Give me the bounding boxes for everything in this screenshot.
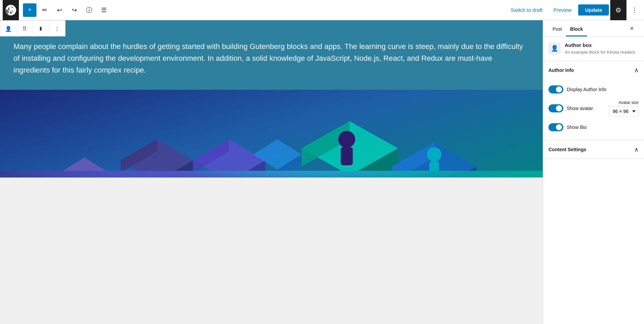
toolbar-right: Switch to draft Preview Update <box>507 4 609 16</box>
ellipsis-icon: ⋮ <box>631 6 638 14</box>
show-bio-label: Show Bio <box>567 125 587 130</box>
add-block-button[interactable]: + <box>23 3 36 17</box>
avatar-row-left: Show avatar <box>548 104 593 112</box>
more-vertical-icon: ⋮ <box>54 26 60 32</box>
block-paragraph: Many people complain about the hurdles o… <box>14 40 529 76</box>
image-block <box>0 90 543 178</box>
block-info-section: 👤 Author box An example block for Kinsta… <box>543 37 644 61</box>
show-avatar-toggle[interactable] <box>548 104 563 112</box>
show-bio-toggle[interactable] <box>548 123 563 131</box>
content-settings-panel: Content Settings ∧ <box>543 140 644 159</box>
display-author-info-label: Display Author Info <box>567 87 607 92</box>
main-area: 👤 ⠿ ⬍ ⋮ Many people complain about the h… <box>0 20 644 324</box>
edit-icon: ✏ <box>42 6 47 14</box>
block-text-area: Many people complain about the hurdles o… <box>0 20 543 90</box>
redo-button[interactable]: ↪ <box>68 3 81 17</box>
svg-point-10 <box>338 131 355 147</box>
editor-content: 👤 ⠿ ⬍ ⋮ Many people complain about the h… <box>0 20 543 178</box>
undo-button[interactable]: ↩ <box>53 3 66 17</box>
chevron-up-down-icon: ⬍ <box>38 26 43 32</box>
image-inner <box>0 90 543 178</box>
tab-post[interactable]: Post <box>548 20 566 36</box>
svg-point-15 <box>427 147 441 162</box>
avatar-size-select[interactable]: 96 × 96 <box>609 106 639 116</box>
move-up-down-button[interactable]: ⬍ <box>33 21 49 37</box>
content-settings-collapse-icon: ∧ <box>634 146 639 153</box>
avatar-size-label: Avatar size <box>619 100 639 105</box>
info-icon: ⓘ <box>86 6 92 14</box>
editor-area: 👤 ⠿ ⬍ ⋮ Many people complain about the h… <box>0 20 543 324</box>
author-info-body: Display Author Info Show avatar Avatar s… <box>543 79 644 140</box>
switch-to-draft-button[interactable]: Switch to draft <box>507 4 547 16</box>
block-options-button[interactable]: ⋮ <box>49 21 65 37</box>
svg-rect-16 <box>429 161 439 170</box>
more-options-button[interactable]: ⋮ <box>628 3 641 17</box>
redo-icon: ↪ <box>72 6 77 14</box>
update-button[interactable]: Update <box>578 4 609 16</box>
block-toolbar: 👤 ⠿ ⬍ ⋮ <box>0 20 65 36</box>
sidebar: Post Block × 👤 Author box An example blo… <box>543 20 644 324</box>
author-info-title: Author Info <box>548 68 574 73</box>
show-bio-row: Show Bio <box>548 120 639 135</box>
edit-button[interactable]: ✏ <box>38 3 51 17</box>
display-author-info-toggle[interactable] <box>548 85 563 93</box>
display-author-info-row: Display Author Info <box>548 82 639 97</box>
block-info-text: Author box An example block for Kinsta r… <box>565 42 635 55</box>
drag-handle-button[interactable]: ⠿ <box>17 21 33 37</box>
info-button[interactable]: ⓘ <box>82 3 96 17</box>
add-icon: + <box>28 6 32 14</box>
undo-icon: ↩ <box>57 6 62 14</box>
show-avatar-label: Show avatar <box>567 106 593 111</box>
person-icon: 👤 <box>5 26 12 32</box>
list-icon: ☰ <box>101 6 107 14</box>
content-settings-title: Content Settings <box>548 147 586 152</box>
wp-logo[interactable] <box>3 0 19 20</box>
block-type-button[interactable]: 👤 <box>0 21 17 37</box>
show-avatar-row: Show avatar Avatar size 96 × 96 <box>548 97 639 120</box>
list-view-button[interactable]: ☰ <box>97 3 111 17</box>
gear-icon: ⚙ <box>615 6 621 14</box>
avatar-size-section: Avatar size 96 × 96 <box>609 100 639 116</box>
content-settings-header[interactable]: Content Settings ∧ <box>543 140 644 159</box>
author-info-header[interactable]: Author Info ∧ <box>543 61 644 79</box>
block-title: Author box <box>565 42 635 48</box>
svg-rect-11 <box>341 147 353 165</box>
top-toolbar: + ✏ ↩ ↪ ⓘ ☰ Switch to draft Preview Upda… <box>0 0 644 20</box>
sidebar-tabs: Post Block × <box>543 20 644 37</box>
drag-icon: ⠿ <box>23 26 27 32</box>
preview-button[interactable]: Preview <box>549 4 575 16</box>
block-type-icon: 👤 <box>548 42 561 54</box>
sidebar-close-button[interactable]: × <box>625 20 639 36</box>
author-info-collapse-icon: ∧ <box>634 66 639 74</box>
author-block[interactable]: 👤 ⠿ ⬍ ⋮ Many people complain about the h… <box>0 20 543 90</box>
settings-button[interactable]: ⚙ <box>610 0 626 20</box>
block-description: An example block for Kinsta readers <box>565 49 635 55</box>
author-info-panel: Author Info ∧ Display Author Info Show a… <box>543 61 644 140</box>
tab-block[interactable]: Block <box>566 20 587 36</box>
